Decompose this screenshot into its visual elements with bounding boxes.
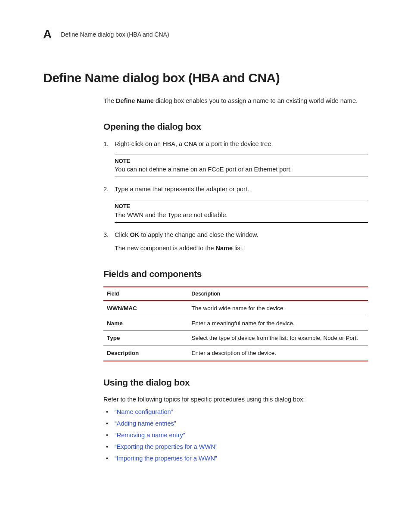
cell-desc: Select the type of device from the list;… [188, 331, 368, 346]
table-row: Name Enter a meaningful name for the dev… [103, 316, 368, 331]
xref-link[interactable]: “Exporting the properties for a WWN” [115, 443, 218, 450]
table-row: Type Select the type of device from the … [103, 331, 368, 346]
heading-using: Using the dialog box [103, 376, 368, 389]
page-title: Define Name dialog box (HBA and CNA) [43, 68, 368, 87]
note-label: NOTE [115, 157, 368, 165]
page-header: A Define Name dialog box (HBA and CNA) [43, 26, 368, 44]
note-text: You can not define a name on an FCoE por… [115, 165, 368, 174]
using-intro: Refer to the following topics for specif… [103, 395, 368, 404]
table-row: WWN/MAC The world wide name for the devi… [103, 301, 368, 316]
step-1: Right-click on an HBA, a CNA or a port i… [103, 140, 368, 177]
breadcrumb: Define Name dialog box (HBA and CNA) [61, 30, 169, 39]
note-label: NOTE [115, 202, 368, 211]
cell-desc: Enter a description of the device. [188, 346, 368, 361]
list-item: “Removing a name entry” [103, 431, 368, 440]
intro-prefix: The [103, 97, 116, 104]
cell-desc: The world wide name for the device. [188, 301, 368, 316]
step-3: Click OK to apply the change and close t… [103, 230, 368, 253]
appendix-letter: A [43, 26, 51, 44]
list-item: “Name configuration” [103, 408, 368, 417]
note-block-2: NOTE The WWN and the Type are not editab… [115, 200, 368, 223]
list-item: “Importing the properties for a WWN” [103, 454, 368, 463]
step-2-text: Type a name that represents the adapter … [115, 186, 249, 193]
list-item: “Adding name entries” [103, 419, 368, 428]
heading-opening: Opening the dialog box [103, 120, 368, 133]
xref-link[interactable]: “Removing a name entry” [115, 432, 185, 439]
xref-link[interactable]: “Adding name entries” [115, 420, 176, 427]
step-3-bold: OK [130, 231, 139, 238]
intro-bold: Define Name [116, 97, 154, 104]
table-row: Description Enter a description of the d… [103, 346, 368, 361]
note-text: The WWN and the Type are not editable. [115, 211, 368, 220]
step-3-prefix: Click [115, 231, 130, 238]
cell-field: Description [103, 346, 188, 361]
step-3-after: The new component is added to the Name l… [115, 244, 368, 253]
xref-link[interactable]: “Name configuration” [115, 408, 173, 415]
cell-field: Type [103, 331, 188, 346]
step-1-text: Right-click on an HBA, a CNA or a port i… [115, 140, 273, 147]
xref-link[interactable]: “Importing the properties for a WWN” [115, 455, 217, 462]
heading-fields: Fields and components [103, 268, 368, 280]
cell-field: Name [103, 316, 188, 331]
th-field: Field [103, 287, 188, 301]
list-item: “Exporting the properties for a WWN” [103, 442, 368, 451]
opening-steps: Right-click on an HBA, a CNA or a port i… [103, 140, 368, 253]
note-block-1: NOTE You can not define a name on an FCo… [115, 155, 368, 177]
step-3-suffix: to apply the change and close the window… [139, 231, 258, 238]
cell-field: WWN/MAC [103, 301, 188, 316]
step-3-after-prefix: The new component is added to the [115, 245, 216, 252]
step-2: Type a name that represents the adapter … [103, 185, 368, 223]
fields-table: Field Description WWN/MAC The world wide… [103, 286, 368, 361]
th-description: Description [188, 287, 368, 301]
step-3-after-suffix: list. [233, 245, 244, 252]
intro-paragraph: The Define Name dialog box enables you t… [103, 96, 368, 106]
table-header-row: Field Description [103, 287, 368, 301]
related-links: “Name configuration” “Adding name entrie… [103, 408, 368, 463]
cell-desc: Enter a meaningful name for the device. [188, 316, 368, 331]
step-3-after-bold: Name [216, 245, 233, 252]
intro-suffix: dialog box enables you to assign a name … [154, 97, 358, 104]
